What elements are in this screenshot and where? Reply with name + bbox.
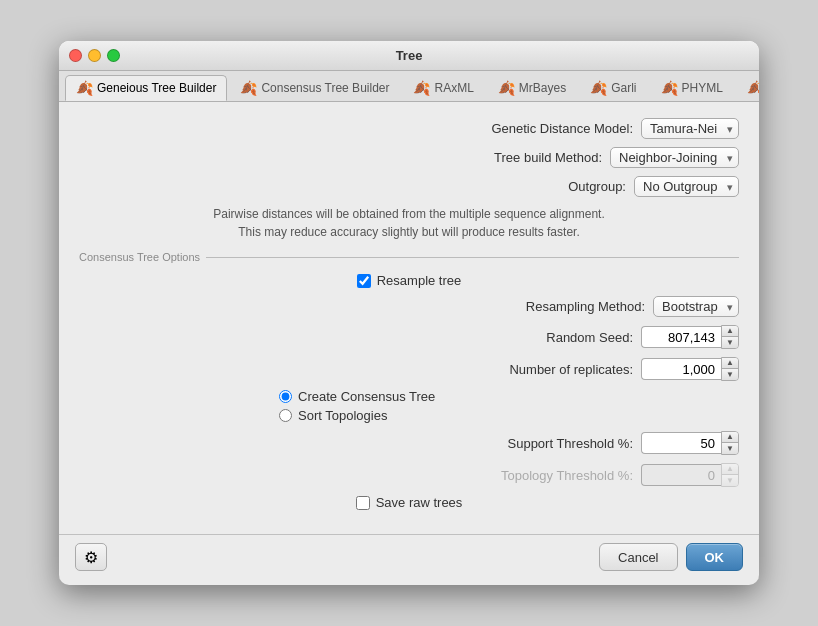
- window-title: Tree: [396, 48, 423, 63]
- tab-mrbayes[interactable]: 🍂 MrBayes: [487, 75, 577, 101]
- info-text: Pairwise distances will be obtained from…: [79, 205, 739, 241]
- resample-row: Resample tree: [79, 273, 739, 288]
- topology-threshold-up[interactable]: ▲: [722, 464, 738, 475]
- support-threshold-up[interactable]: ▲: [722, 432, 738, 443]
- window-controls: [69, 49, 120, 62]
- geneious-tab-icon: 🍂: [76, 80, 93, 96]
- main-window: Tree 🍂 Geneious Tree Builder 🍂 Consensus…: [59, 41, 759, 585]
- consensus-tab-icon: 🍂: [240, 80, 257, 96]
- resampling-method-select[interactable]: Bootstrap: [653, 296, 739, 317]
- topology-threshold-control: ▲ ▼: [641, 463, 739, 487]
- tab-bar: 🍂 Geneious Tree Builder 🍂 Consensus Tree…: [59, 71, 759, 102]
- save-raw-trees-checkbox[interactable]: [356, 496, 370, 510]
- topology-threshold-spinner: ▲ ▼: [721, 463, 739, 487]
- genetic-distance-select[interactable]: Tamura-Nei: [641, 118, 739, 139]
- resample-checkbox[interactable]: [357, 274, 371, 288]
- sort-topologies-label[interactable]: Sort Topologies: [279, 408, 387, 423]
- resampling-method-select-wrap: Bootstrap: [653, 296, 739, 317]
- support-threshold-control: ▲ ▼: [641, 431, 739, 455]
- topology-threshold-label: Topology Threshold %:: [501, 468, 633, 483]
- sort-topologies-radio[interactable]: [279, 409, 292, 422]
- genetic-distance-label: Genetic Distance Model:: [491, 121, 633, 136]
- create-consensus-label[interactable]: Create Consensus Tree: [279, 389, 435, 404]
- footer: ⚙ Cancel OK: [59, 534, 759, 585]
- random-seed-input[interactable]: [641, 326, 721, 348]
- tab-geneious-label: Geneious Tree Builder: [97, 81, 216, 95]
- genetic-distance-select-wrap: Tamura-Nei: [641, 118, 739, 139]
- tab-mrbayes-label: MrBayes: [519, 81, 566, 95]
- tab-phyml[interactable]: 🍂 PHYML: [650, 75, 734, 101]
- resample-text: Resample tree: [377, 273, 462, 288]
- tree-build-label: Tree build Method:: [494, 150, 602, 165]
- outgroup-select-wrap: No Outgroup: [634, 176, 739, 197]
- save-raw-trees-text: Save raw trees: [376, 495, 463, 510]
- support-threshold-input[interactable]: [641, 432, 721, 454]
- num-replicates-down[interactable]: ▼: [722, 369, 738, 380]
- maximize-button[interactable]: [107, 49, 120, 62]
- tree-build-select[interactable]: Neighbor-Joining: [610, 147, 739, 168]
- titlebar: Tree: [59, 41, 759, 71]
- num-replicates-input[interactable]: [641, 358, 721, 380]
- tab-fasttree[interactable]: 🍂 FastTree: [736, 75, 759, 101]
- num-replicates-row: Number of replicates: ▲ ▼: [79, 357, 739, 381]
- tree-build-select-wrap: Neighbor-Joining: [610, 147, 739, 168]
- resampling-method-label: Resampling Method:: [526, 299, 645, 314]
- support-threshold-label: Support Threshold %:: [508, 436, 634, 451]
- tab-consensus[interactable]: 🍂 Consensus Tree Builder: [229, 75, 400, 101]
- random-seed-label: Random Seed:: [546, 330, 633, 345]
- resampling-method-row: Resampling Method: Bootstrap: [79, 296, 739, 317]
- tab-raxml-label: RAxML: [434, 81, 473, 95]
- outgroup-select[interactable]: No Outgroup: [634, 176, 739, 197]
- genetic-distance-control: Tamura-Nei: [641, 118, 739, 139]
- num-replicates-spinner: ▲ ▼: [721, 357, 739, 381]
- resample-label[interactable]: Resample tree: [357, 273, 462, 288]
- genetic-distance-row: Genetic Distance Model: Tamura-Nei: [79, 118, 739, 139]
- phyml-tab-icon: 🍂: [661, 80, 678, 96]
- outgroup-label: Outgroup:: [568, 179, 626, 194]
- info-line1: Pairwise distances will be obtained from…: [213, 207, 605, 221]
- tab-garli[interactable]: 🍂 Garli: [579, 75, 647, 101]
- random-seed-up[interactable]: ▲: [722, 326, 738, 337]
- close-button[interactable]: [69, 49, 82, 62]
- tab-raxml[interactable]: 🍂 RAxML: [402, 75, 484, 101]
- info-line2: This may reduce accuracy slightly but wi…: [238, 225, 579, 239]
- ok-button[interactable]: OK: [686, 543, 744, 571]
- tree-build-row: Tree build Method: Neighbor-Joining: [79, 147, 739, 168]
- resampling-method-control: Bootstrap: [653, 296, 739, 317]
- gear-button[interactable]: ⚙: [75, 543, 107, 571]
- support-threshold-down[interactable]: ▼: [722, 443, 738, 454]
- outgroup-control: No Outgroup: [634, 176, 739, 197]
- gear-icon: ⚙: [84, 548, 98, 567]
- random-seed-spinner: ▲ ▼: [721, 325, 739, 349]
- num-replicates-label: Number of replicates:: [509, 362, 633, 377]
- tree-build-control: Neighbor-Joining: [610, 147, 739, 168]
- tab-garli-label: Garli: [611, 81, 636, 95]
- garli-tab-icon: 🍂: [590, 80, 607, 96]
- random-seed-down[interactable]: ▼: [722, 337, 738, 348]
- save-raw-trees-row: Save raw trees: [79, 495, 739, 510]
- main-content: Genetic Distance Model: Tamura-Nei Tree …: [59, 102, 759, 530]
- num-replicates-control: ▲ ▼: [641, 357, 739, 381]
- sort-topologies-text: Sort Topologies: [298, 408, 387, 423]
- section-label: Consensus Tree Options: [79, 251, 200, 263]
- tab-consensus-label: Consensus Tree Builder: [261, 81, 389, 95]
- topology-threshold-input[interactable]: [641, 464, 721, 486]
- minimize-button[interactable]: [88, 49, 101, 62]
- num-replicates-up[interactable]: ▲: [722, 358, 738, 369]
- support-threshold-spinner: ▲ ▼: [721, 431, 739, 455]
- footer-left: ⚙: [75, 543, 591, 571]
- radio-group: Create Consensus Tree Sort Topologies: [79, 389, 739, 423]
- save-raw-trees-label[interactable]: Save raw trees: [356, 495, 463, 510]
- create-consensus-radio[interactable]: [279, 390, 292, 403]
- topology-threshold-down[interactable]: ▼: [722, 475, 738, 486]
- section-header: Consensus Tree Options: [79, 251, 739, 263]
- raxml-tab-icon: 🍂: [413, 80, 430, 96]
- tab-geneious[interactable]: 🍂 Geneious Tree Builder: [65, 75, 227, 101]
- fasttree-tab-icon: 🍂: [747, 80, 759, 96]
- cancel-button[interactable]: Cancel: [599, 543, 677, 571]
- create-consensus-text: Create Consensus Tree: [298, 389, 435, 404]
- mrbayes-tab-icon: 🍂: [498, 80, 515, 96]
- random-seed-row: Random Seed: ▲ ▼: [79, 325, 739, 349]
- support-threshold-row: Support Threshold %: ▲ ▼: [79, 431, 739, 455]
- outgroup-row: Outgroup: No Outgroup: [79, 176, 739, 197]
